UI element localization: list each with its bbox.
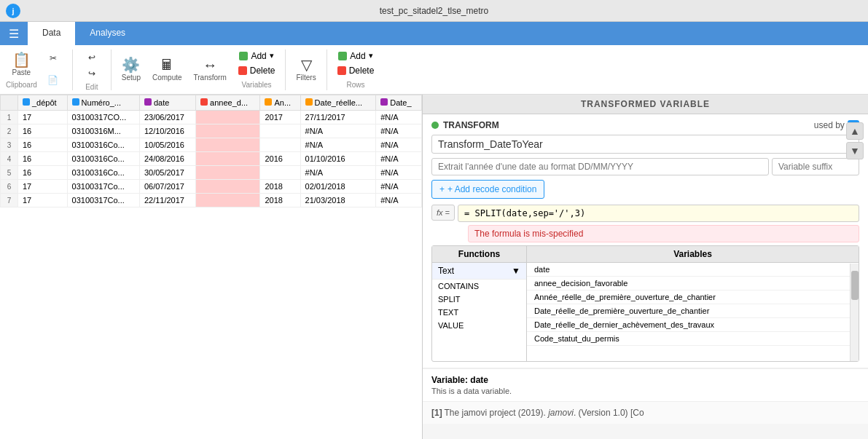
add-icon bbox=[239, 52, 248, 60]
filters-button[interactable]: ▽ Filters bbox=[292, 52, 320, 87]
table-row[interactable]: 51603100316Co...30/05/2017#N/A#N/A bbox=[1, 166, 422, 180]
var-info-desc: This is a data variable. bbox=[431, 387, 859, 395]
redo-button[interactable]: ↪ bbox=[79, 66, 105, 82]
variables-column: Variables dateannee_decision_favorableAn… bbox=[527, 246, 859, 361]
function-item-contains[interactable]: CONTAINS bbox=[432, 280, 526, 293]
toolbar-clipboard-col: 📋 Paste Clipboard bbox=[6, 50, 37, 90]
variables-delete-button[interactable]: Delete bbox=[234, 64, 280, 77]
variable-list[interactable]: dateannee_decision_favorableAnnée_réelle… bbox=[527, 263, 859, 361]
function-item-value[interactable]: VALUE bbox=[432, 319, 526, 332]
cell-numero: 03100317CO... bbox=[67, 111, 139, 124]
table-row[interactable]: 11703100317CO...23/06/2017201727/11/2017… bbox=[1, 111, 422, 124]
main-area: _dépôt Numéro_... date annee_d... An... bbox=[0, 95, 868, 439]
cell-annee bbox=[196, 194, 260, 207]
cell-date_reelle: #N/A bbox=[300, 166, 376, 180]
cell-annee bbox=[196, 166, 260, 180]
cell-an bbox=[260, 166, 300, 180]
variables-scrollbar[interactable] bbox=[850, 264, 859, 361]
variable-list-item[interactable]: annee_decision_favorable bbox=[527, 277, 859, 290]
cell-depot: 16 bbox=[18, 166, 68, 180]
cell-date: 10/05/2016 bbox=[139, 138, 195, 152]
function-item-split[interactable]: SPLIT bbox=[432, 293, 526, 306]
variable-suffix-input[interactable] bbox=[772, 158, 859, 175]
variable-list-item[interactable]: Code_statut_du_permis bbox=[527, 332, 859, 346]
setup-button[interactable]: ⚙️ Setup bbox=[117, 52, 145, 87]
cell-date_reelle: #N/A bbox=[300, 124, 376, 138]
variable-list-item[interactable]: date bbox=[527, 263, 859, 277]
paste-button[interactable]: 📋 Paste bbox=[8, 50, 36, 79]
status-dot bbox=[431, 122, 439, 129]
functions-header: Functions bbox=[432, 246, 526, 263]
compute-button[interactable]: 🖩 Compute bbox=[148, 52, 187, 87]
cell-depot: 16 bbox=[18, 152, 68, 166]
app-logo: j bbox=[6, 4, 20, 18]
variable-list-item[interactable]: Date_réelle_de_première_ouverture_de_cha… bbox=[527, 304, 859, 318]
cell-date2: #N/A bbox=[376, 152, 422, 166]
table-row[interactable]: 41603100316Co...24/08/2016201601/10/2016… bbox=[1, 152, 422, 166]
col-header-date2[interactable]: Date_ bbox=[376, 95, 422, 111]
cut-button[interactable]: ✂ bbox=[40, 50, 66, 67]
table-row[interactable]: 31603100316Co...10/05/2016#N/A#N/A bbox=[1, 138, 422, 152]
plus-icon: + bbox=[439, 184, 445, 194]
transform-name-input[interactable] bbox=[431, 135, 859, 154]
col-icon-text2 bbox=[72, 98, 79, 106]
col-header-date[interactable]: date bbox=[139, 95, 195, 111]
formula-label: fx = bbox=[431, 205, 455, 221]
copy-button[interactable]: 📄 bbox=[40, 71, 66, 89]
col-header-date-reelle[interactable]: Date_réelle... bbox=[300, 95, 376, 111]
filters-icon: ▽ bbox=[301, 58, 312, 72]
cell-an: 2016 bbox=[260, 152, 300, 166]
row-index: 1 bbox=[1, 111, 18, 124]
nav-arrows: ▲ ▼ bbox=[846, 122, 864, 159]
col-header-depot[interactable]: _dépôt bbox=[18, 95, 68, 111]
ref-text: The jamovi project (2019). jamovi. (Vers… bbox=[444, 408, 644, 418]
var-info-title: Variable: date bbox=[431, 375, 859, 385]
cell-date_reelle: 27/11/2017 bbox=[300, 111, 376, 124]
cell-an bbox=[260, 138, 300, 152]
cell-numero: 03100317Co... bbox=[67, 194, 139, 207]
func-var-panel: Functions Text ▼ CONTAINSSPLITTEXTVALUE … bbox=[431, 245, 859, 362]
function-items-list: CONTAINSSPLITTEXTVALUE bbox=[432, 280, 526, 332]
cell-date_reelle: 01/10/2016 bbox=[300, 152, 376, 166]
cell-date_reelle: #N/A bbox=[300, 138, 376, 152]
variables-header: Variables bbox=[527, 246, 859, 263]
data-panel: _dépôt Numéro_... date annee_d... An... bbox=[0, 95, 423, 439]
cell-date: 24/08/2016 bbox=[139, 152, 195, 166]
data-grid[interactable]: _dépôt Numéro_... date annee_d... An... bbox=[0, 95, 422, 439]
table-row[interactable]: 71703100317Co...22/11/2017201821/03/2018… bbox=[1, 194, 422, 207]
tab-data[interactable]: Data bbox=[28, 22, 75, 45]
window-title: test_pc_sitadel2_tlse_metro bbox=[380, 6, 488, 16]
cell-date2: #N/A bbox=[376, 124, 422, 138]
chevron-down-icon: ▼ bbox=[512, 266, 520, 276]
variables-add-button[interactable]: Add ▾ bbox=[235, 50, 278, 63]
transform-form: TRANSFORM used by 1 + + Add recode condi… bbox=[423, 114, 868, 368]
variable-list-item[interactable]: Date_réelle_de_dernier_achèvement_des_tr… bbox=[527, 318, 859, 332]
nav-down-button[interactable]: ▼ bbox=[846, 142, 864, 159]
col-icon-warn bbox=[200, 98, 208, 106]
col-header-numero[interactable]: Numéro_... bbox=[67, 95, 139, 111]
function-item-text[interactable]: TEXT bbox=[432, 306, 526, 319]
tab-analyses[interactable]: Analyses bbox=[75, 22, 140, 45]
cell-date2: #N/A bbox=[376, 180, 422, 194]
table-row[interactable]: 21603100316M...12/10/2016#N/A#N/A bbox=[1, 124, 422, 138]
transform-header: TRANSFORM used by 1 bbox=[431, 120, 859, 130]
variable-list-item[interactable]: Année_réelle_de_première_ouverture_de_ch… bbox=[527, 290, 859, 304]
undo-button[interactable]: ↩ bbox=[79, 50, 105, 66]
cell-date2: #N/A bbox=[376, 166, 422, 180]
cell-an: 2018 bbox=[260, 194, 300, 207]
nav-up-button[interactable]: ▲ bbox=[846, 122, 864, 140]
function-category-text[interactable]: Text ▼ bbox=[432, 263, 526, 280]
add-recode-button[interactable]: + + Add recode condition bbox=[431, 180, 544, 199]
menu-button[interactable]: ☰ bbox=[0, 22, 28, 45]
rows-delete-button[interactable]: Delete bbox=[333, 64, 379, 77]
col-header-an[interactable]: An... bbox=[260, 95, 300, 111]
rows-add-button[interactable]: Add ▾ bbox=[334, 50, 377, 63]
cell-annee bbox=[196, 152, 260, 166]
description-input[interactable] bbox=[431, 158, 769, 175]
formula-input[interactable] bbox=[458, 205, 859, 222]
transform-button[interactable]: ↔ Transform bbox=[189, 52, 231, 87]
panel-header: TRANSFORMED VARIABLE bbox=[423, 95, 868, 114]
table-row[interactable]: 61703100317Co...06/07/2017201802/01/2018… bbox=[1, 180, 422, 194]
col-header-annee[interactable]: annee_d... bbox=[196, 95, 260, 111]
toolbar-group-variables: ⚙️ Setup 🖩 Compute ↔ Transform Add ▾ Del… bbox=[117, 50, 286, 90]
